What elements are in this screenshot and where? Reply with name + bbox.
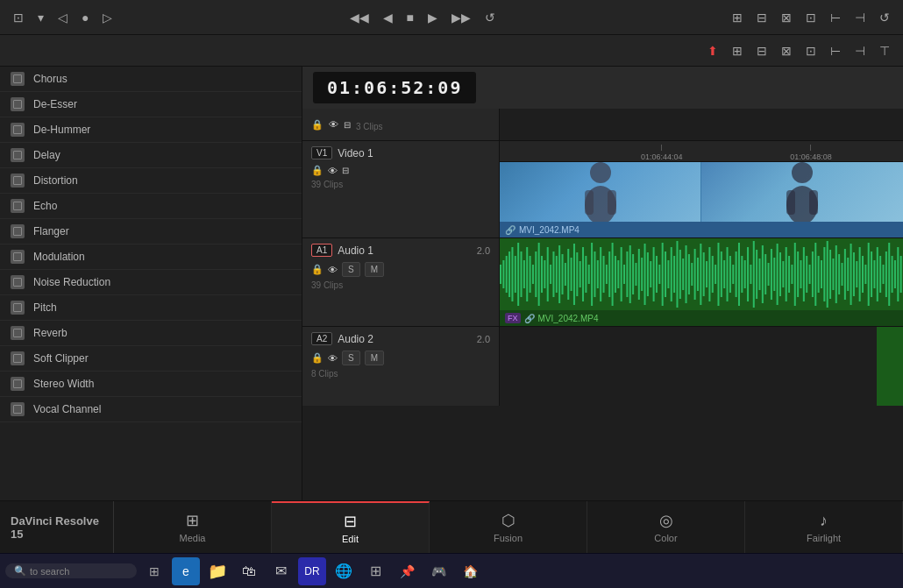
svg-rect-68 [676,241,678,308]
fx-badge: FX [505,313,521,323]
effect-item-de-esser[interactable]: De-Esser [0,92,302,117]
nav-start-button[interactable]: ◀◀ [345,8,373,27]
windows-taskbar: 🔍 to search ⊞ e 📁 🛍 ✉ DR 🌐 ⊞ 📌 🎮 🏠 [0,553,903,588]
svg-rect-18 [530,256,531,293]
taskbar-app-home[interactable]: 🏠 [456,557,484,585]
svg-rect-88 [736,251,737,297]
svg-rect-122 [835,245,837,303]
a1-solo-button[interactable]: S [342,262,360,277]
svg-rect-40 [594,251,595,297]
track-a1: A1 Audio 1 2.0 🔒 👁 S M 39 Clips [302,238,903,327]
svg-rect-132 [864,265,866,284]
taskbar-app-gaming[interactable]: 🎮 [424,557,452,585]
taskbar-app-davinci[interactable]: DR [298,557,326,585]
tab-edit[interactable]: ⊟ Edit [272,501,430,553]
taskbar-app-browser[interactable]: 🌐 [330,557,358,585]
effect-item-pitch[interactable]: Pitch [0,295,302,321]
svg-rect-135 [873,260,875,288]
effect-icon-modulation [11,250,25,264]
svg-point-4 [792,162,813,183]
effect-item-de-hummer[interactable]: De-Hummer [0,117,302,143]
tab-color[interactable]: ◎ Color [587,501,745,553]
effect-icon-reverb [11,326,25,340]
svg-rect-111 [803,247,805,301]
slide-icon[interactable]: ⊡ [801,41,821,60]
a1-mute-button[interactable]: M [365,262,384,277]
svg-rect-54 [635,263,636,286]
svg-rect-140 [888,243,890,306]
effect-item-reverb[interactable]: Reverb [0,321,302,346]
taskbar-app-mail[interactable]: ✉ [267,557,295,585]
svg-rect-137 [879,256,881,293]
trim-icon[interactable]: ⊞ [728,41,747,60]
tab-media[interactable]: ⊞ Media [114,501,272,553]
svg-rect-32 [571,258,572,291]
a2-mute-button[interactable]: M [365,351,384,365]
svg-rect-105 [786,247,787,301]
svg-rect-129 [856,261,857,287]
taskbar-app-grid[interactable]: ⊞ [361,557,389,585]
tab-fusion[interactable]: ⬡ Fusion [430,501,587,553]
svg-rect-29 [562,254,564,294]
svg-rect-46 [612,243,614,306]
stop-button[interactable]: ■ [402,8,418,27]
taskbar-app-store[interactable]: 🛍 [235,557,263,585]
a2-clip [877,327,903,406]
svg-rect-144 [900,256,902,293]
blade-icon[interactable]: ⊟ [752,41,771,60]
svg-rect-117 [821,260,822,288]
tool3-button[interactable]: ⊠ [777,8,796,27]
hand-icon[interactable]: ⊤ [875,41,894,60]
svg-rect-127 [850,244,852,305]
loop-button[interactable]: ↺ [480,8,500,27]
tool4-button[interactable]: ⊡ [801,8,821,27]
effect-item-flanger[interactable]: Flanger [0,219,302,244]
timeline-panel: 01:06:52:09 👁 ⊟ 3 Clips V1 Video 1 🔒 � [302,67,903,500]
nav-prev-button[interactable]: ◀ [379,8,397,27]
effect-icon-delay [11,148,25,162]
roll-icon[interactable]: ⊣ [850,41,870,60]
ripple-icon[interactable]: ⊢ [826,41,845,60]
effect-item-soft-clipper[interactable]: Soft Clipper [0,346,302,372]
svg-rect-48 [617,260,619,288]
svg-rect-113 [809,265,811,284]
layout-button[interactable]: ⊡ [9,8,28,27]
video-thumb-right [701,162,903,222]
effect-item-chorus[interactable]: Chorus [0,67,302,92]
effect-item-echo[interactable]: Echo [0,194,302,219]
a2-solo-button[interactable]: S [342,351,360,365]
svg-rect-7 [809,190,818,215]
effect-item-vocal-channel[interactable]: Vocal Channel [0,397,302,422]
effect-item-stereo-width[interactable]: Stereo Width [0,372,302,397]
dropdown-button[interactable]: ▾ [33,8,48,27]
ruler-line-2 [810,145,811,151]
tool5-button[interactable]: ⊢ [826,8,845,27]
arrow-right-button[interactable]: ▷ [98,8,117,27]
svg-rect-114 [812,251,814,297]
svg-rect-96 [758,259,760,290]
taskbar-app-pin[interactable]: 📌 [393,557,421,585]
effect-item-noise-reduction[interactable]: Noise Reduction [0,270,302,295]
arrow-left-button[interactable]: ◁ [53,8,72,27]
undo-button[interactable]: ↺ [875,8,894,27]
svg-rect-121 [832,259,834,290]
tool2-button[interactable]: ⊟ [752,8,771,27]
svg-rect-12 [511,247,513,301]
svg-rect-55 [638,249,640,300]
taskbar-app-task-view[interactable]: ⊞ [140,557,168,585]
tool6-button[interactable]: ⊣ [850,8,870,27]
svg-rect-139 [885,251,887,297]
taskbar-app-edge[interactable]: e [172,557,200,585]
effect-item-modulation[interactable]: Modulation [0,244,302,270]
nav-end-button[interactable]: ▶▶ [447,8,475,27]
nav-dot-button[interactable]: ● [77,8,93,27]
tab-fairlight[interactable]: ♪ Fairlight [745,501,903,553]
svg-rect-50 [623,265,625,284]
effect-item-delay[interactable]: Delay [0,143,302,168]
taskbar-search-area: 🔍 to search [5,563,137,578]
taskbar-app-explorer[interactable]: 📁 [203,557,231,585]
effect-item-distortion[interactable]: Distortion [0,168,302,194]
slip-icon[interactable]: ⊠ [777,41,796,60]
play-button[interactable]: ▶ [423,8,442,27]
tool1-button[interactable]: ⊞ [728,8,747,27]
